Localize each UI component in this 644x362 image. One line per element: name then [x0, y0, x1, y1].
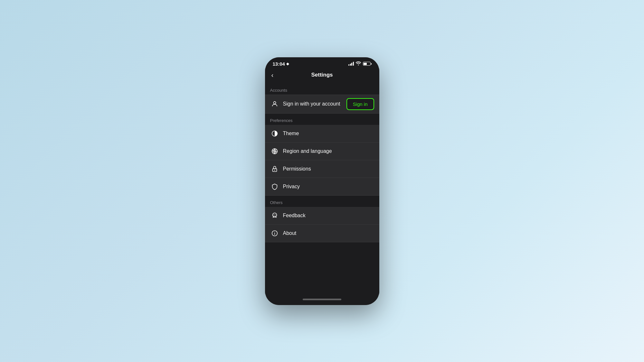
region-label: Region and language: [283, 148, 374, 154]
svg-point-13: [274, 232, 275, 232]
page-title: Settings: [311, 72, 333, 78]
signal-icon: [348, 62, 354, 66]
svg-point-10: [275, 215, 276, 215]
region-item[interactable]: Region and language: [265, 143, 379, 160]
wifi-icon: [356, 61, 361, 66]
privacy-item[interactable]: Privacy: [265, 178, 379, 196]
user-icon: [270, 99, 279, 108]
info-icon: [270, 229, 279, 238]
status-time: 13:04 ◆: [273, 61, 289, 67]
time-label: 13:04: [273, 61, 285, 67]
permissions-label: Permissions: [283, 166, 374, 172]
status-icons: [348, 61, 372, 66]
globe-icon: [270, 147, 279, 156]
home-bar: [303, 299, 341, 300]
nav-bar: ‹ Settings: [265, 68, 379, 83]
about-item[interactable]: About: [265, 225, 379, 242]
back-button[interactable]: ‹: [270, 70, 275, 79]
feedback-item[interactable]: Feedback: [265, 207, 379, 225]
battery-icon: [363, 62, 372, 66]
signin-button[interactable]: Sign in: [346, 98, 374, 110]
privacy-label: Privacy: [283, 184, 374, 190]
preferences-section-header: Preferences: [265, 114, 379, 125]
signin-row[interactable]: Sign in with your account Sign in: [265, 95, 379, 114]
about-label: About: [283, 230, 374, 236]
feedback-label: Feedback: [283, 213, 374, 218]
shield-icon: [270, 182, 279, 191]
others-section-header: Others: [265, 196, 379, 207]
home-indicator: [265, 294, 379, 305]
accounts-section-header: Accounts: [265, 83, 379, 95]
empty-space: [265, 242, 379, 294]
lock-icon: [270, 164, 279, 173]
permissions-item[interactable]: Permissions: [265, 160, 379, 178]
settings-content: Accounts Sign in with your account Sign …: [265, 83, 379, 294]
svg-point-9: [274, 215, 275, 215]
theme-icon: [270, 129, 279, 138]
theme-label: Theme: [283, 131, 374, 136]
feedback-icon: [270, 211, 279, 220]
theme-item[interactable]: Theme: [265, 125, 379, 143]
signin-label: Sign in with your account: [283, 101, 346, 107]
svg-point-6: [274, 170, 275, 171]
status-bar: 13:04 ◆: [265, 57, 379, 68]
svg-point-8: [273, 215, 274, 215]
phone-frame: 13:04 ◆: [265, 57, 379, 305]
location-icon: ◆: [286, 62, 289, 66]
svg-point-0: [273, 102, 276, 104]
